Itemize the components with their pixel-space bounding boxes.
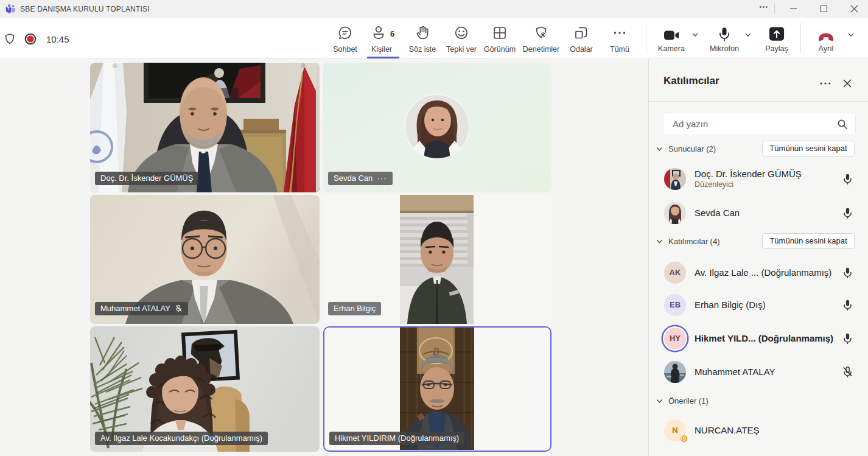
svg-text:T: T — [7, 7, 10, 11]
